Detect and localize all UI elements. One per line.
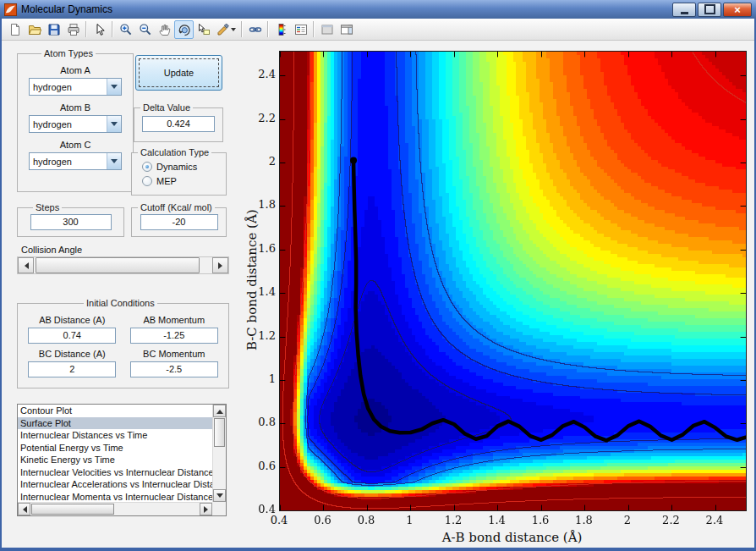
brush-icon[interactable]	[213, 20, 238, 39]
calculation-type-panel: Calculation Type Dynamics MEP	[131, 147, 227, 196]
chevron-down-icon[interactable]	[231, 28, 236, 34]
ab-momentum-field[interactable]: -1.25	[130, 328, 218, 344]
new-document-icon[interactable]	[5, 20, 25, 39]
list-item[interactable]: Internuclear Momenta vs Internuclear Dis…	[18, 491, 212, 503]
radio-mep[interactable]: MEP	[142, 176, 222, 186]
slider-right-arrow[interactable]	[212, 257, 228, 273]
x-tick-label: 0.6	[308, 514, 337, 526]
y-tick-label: 2.2	[249, 112, 276, 124]
collision-angle-slider[interactable]	[17, 256, 229, 274]
data-cursor-icon[interactable]	[194, 20, 213, 39]
maximize-button[interactable]	[698, 3, 721, 17]
atom-c-label: Atom C	[21, 140, 129, 150]
y-tick-label: 0.6	[249, 460, 276, 472]
x-tick-label: 1.2	[439, 514, 468, 526]
cutoff-title: Cutoff (Kcal/ mol)	[138, 202, 215, 212]
atom-a-select[interactable]: hydrogen	[29, 78, 122, 96]
y-tick-label: 1	[249, 372, 276, 385]
hide-plot-tools-icon[interactable]	[317, 20, 337, 39]
title-bar[interactable]: Molecular Dynamics ×	[0, 0, 756, 19]
pan-hand-icon[interactable]	[155, 20, 174, 39]
rotate-3d-icon[interactable]	[174, 20, 194, 39]
radio-dynamics[interactable]: Dynamics	[142, 162, 222, 172]
x-tick-label: 2.4	[700, 514, 729, 526]
horizontal-scrollbar[interactable]	[18, 502, 212, 515]
open-folder-icon[interactable]	[25, 20, 44, 39]
list-item[interactable]: Surface Plot	[18, 417, 212, 430]
x-tick-label: 1.8	[569, 514, 598, 526]
x-tick-label: 1.6	[526, 514, 555, 526]
y-tick-label: 1.8	[249, 198, 276, 211]
atom-types-title: Atom Types	[41, 48, 96, 58]
initial-conditions-title: Initial Conditions	[84, 298, 157, 308]
listbox-items: Contour PlotSurface PlotInternuclear Dis…	[18, 405, 212, 502]
x-axis-label: A-B bond distance (Å)	[279, 530, 745, 545]
edit-plot-arrow-icon[interactable]	[90, 20, 109, 39]
zoom-in-icon[interactable]	[116, 20, 135, 39]
window-controls: ×	[672, 3, 752, 17]
chevron-down-icon[interactable]	[107, 116, 121, 132]
minimize-button[interactable]	[672, 3, 696, 17]
vertical-scroll-thumb[interactable]	[214, 418, 225, 447]
x-tick-label: 2.2	[656, 514, 685, 526]
close-button[interactable]: ×	[723, 3, 752, 17]
x-tick-label: 1.4	[482, 514, 511, 526]
initial-conditions-panel: Initial Conditions AB Distance (A) AB Mo…	[17, 298, 229, 388]
insert-legend-icon[interactable]	[291, 20, 310, 39]
scroll-left-arrow[interactable]	[18, 503, 30, 515]
list-item[interactable]: Internuclear Accelerations vs Internucle…	[18, 478, 212, 491]
atom-b-label: Atom B	[21, 102, 129, 113]
cutoff-field[interactable]: -20	[140, 214, 218, 230]
y-tick-label: 2.4	[249, 68, 276, 80]
update-button[interactable]: Update	[135, 55, 222, 91]
slider-thumb[interactable]	[36, 257, 200, 273]
application-icon	[4, 3, 17, 16]
ab-distance-label: AB Distance (A)	[26, 315, 118, 325]
save-icon[interactable]	[44, 20, 63, 39]
toolbar-separator	[85, 21, 87, 37]
potential-surface-plot: B-C bond distance (Å) A-B bond distance …	[238, 41, 756, 548]
vertical-scrollbar[interactable]	[212, 405, 226, 502]
chevron-down-icon[interactable]	[107, 153, 121, 169]
bc-distance-label: BC Distance (A)	[26, 349, 118, 359]
slider-track[interactable]	[34, 257, 212, 273]
toolbar	[2, 19, 754, 41]
atom-c-select[interactable]: hydrogen	[29, 152, 122, 170]
chevron-down-icon[interactable]	[107, 79, 121, 95]
horizontal-scroll-thumb[interactable]	[31, 504, 114, 515]
app-window: Molecular Dynamics × Atom Types Atom A h…	[0, 0, 756, 551]
delta-value-field[interactable]: 0.424	[142, 116, 215, 132]
toolbar-separator	[112, 21, 113, 37]
list-item[interactable]: Internuclear Distances vs Time	[18, 429, 212, 442]
steps-field[interactable]: 300	[30, 214, 112, 230]
plot-type-listbox[interactable]: Contour PlotSurface PlotInternuclear Dis…	[17, 404, 227, 516]
show-plot-tools-icon[interactable]	[337, 20, 356, 39]
radio-mep-dot[interactable]	[142, 176, 152, 186]
list-item[interactable]: Kinetic Energy vs Time	[18, 454, 212, 466]
toolbar-separator	[241, 21, 243, 37]
scroll-up-arrow[interactable]	[213, 405, 226, 417]
zoom-out-icon[interactable]	[135, 20, 155, 39]
steps-title: Steps	[33, 202, 62, 212]
list-item[interactable]: Internuclear Velocities vs Internuclear …	[18, 466, 212, 479]
bc-momentum-field[interactable]: -2.5	[130, 361, 218, 377]
link-plot-icon[interactable]	[245, 20, 265, 39]
y-tick-label: 1.4	[249, 285, 276, 298]
list-item[interactable]: Potential Energy vs Time	[18, 442, 212, 455]
scrollbar-corner	[212, 502, 226, 515]
toolbar-separator	[267, 21, 269, 37]
atom-b-select[interactable]: hydrogen	[29, 115, 122, 133]
bc-distance-field[interactable]: 2	[28, 361, 116, 377]
insert-colorbar-icon[interactable]	[271, 20, 291, 39]
list-item[interactable]: Contour Plot	[18, 405, 212, 417]
print-icon[interactable]	[63, 20, 83, 39]
slider-left-arrow[interactable]	[18, 257, 34, 273]
y-tick-label: 1.2	[249, 329, 276, 342]
ab-distance-field[interactable]: 0.74	[28, 328, 116, 344]
x-tick-label: 0.4	[265, 514, 293, 526]
scroll-right-arrow[interactable]	[200, 503, 212, 515]
scroll-down-arrow[interactable]	[213, 489, 226, 502]
y-tick-label: 0.8	[249, 416, 276, 428]
y-tick-label: 0.4	[249, 503, 276, 515]
radio-dynamics-dot[interactable]	[142, 162, 152, 172]
